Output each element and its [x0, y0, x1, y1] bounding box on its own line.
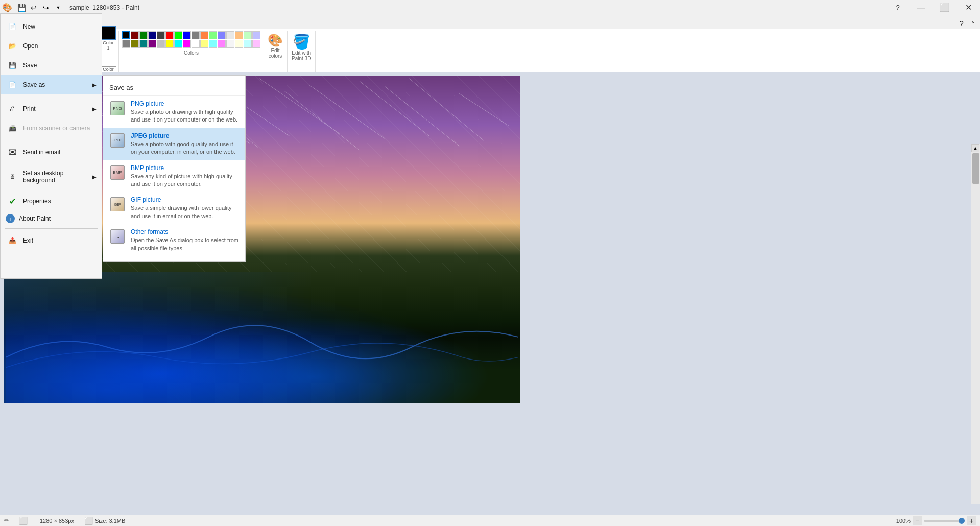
- other-content: Other formats Open the Save As dialog bo…: [131, 228, 239, 252]
- color-swatch[interactable]: [165, 31, 174, 39]
- color-swatch[interactable]: [218, 31, 226, 39]
- close-btn[interactable]: ✕: [957, 0, 980, 15]
- color-swatch[interactable]: [235, 40, 243, 48]
- separator5: [5, 228, 98, 229]
- svg-line-6: [259, 79, 339, 134]
- menu-item-email[interactable]: ✉ Send in email: [1, 142, 102, 162]
- color-swatch[interactable]: [174, 40, 182, 48]
- undo-quick-btn[interactable]: ↩: [29, 3, 39, 13]
- saveas-bmp[interactable]: BMP BMP picture Save any kind of picture…: [103, 160, 245, 193]
- minimize-btn[interactable]: —: [910, 0, 933, 15]
- color-swatch[interactable]: [139, 40, 148, 48]
- menu-item-about[interactable]: i About Paint: [1, 211, 102, 226]
- scroll-thumb[interactable]: [972, 153, 979, 184]
- color-swatch[interactable]: [131, 40, 139, 48]
- png-desc: Save a photo or drawing with high qualit…: [131, 108, 239, 124]
- scroll-up-btn[interactable]: ▲: [971, 144, 979, 152]
- dimensions-text: 1280 × 853px: [40, 518, 74, 524]
- saveas-arrow: ▶: [92, 82, 97, 88]
- menu-item-print[interactable]: 🖨 Print ▶: [1, 99, 102, 118]
- color-swatch[interactable]: [183, 31, 191, 39]
- color-swatch[interactable]: [235, 31, 243, 39]
- color-swatch[interactable]: [252, 40, 260, 48]
- menu-item-saveas[interactable]: 📄 Save as ▶ Save as PNG PNG picture Save…: [1, 75, 102, 94]
- exit-label: Exit: [23, 237, 33, 244]
- saveas-png[interactable]: PNG PNG picture Save a photo or drawing …: [103, 96, 245, 128]
- zoom-thumb[interactable]: [959, 518, 965, 524]
- draw-icon: ✏: [4, 517, 9, 524]
- ribbon-help-icon[interactable]: ?: [957, 18, 967, 29]
- menu-item-properties[interactable]: ✔ Properties: [1, 192, 102, 211]
- color-swatch[interactable]: [165, 40, 174, 48]
- app-icon: 🎨: [2, 3, 12, 12]
- color1-wrapper[interactable]: Color1: [100, 26, 116, 51]
- ribbon-minimize-icon[interactable]: ^: [968, 18, 978, 29]
- saveas-jpeg[interactable]: JPEG JPEG picture Save a photo with good…: [103, 128, 245, 160]
- color-swatch[interactable]: [200, 40, 208, 48]
- color-swatch[interactable]: [209, 40, 217, 48]
- menu-item-new[interactable]: 📄 New: [1, 17, 102, 36]
- color-swatch[interactable]: [174, 31, 182, 39]
- gif-desc: Save a simple drawing with lower quality…: [131, 204, 239, 220]
- jpeg-content: JPEG picture Save a photo with good qual…: [131, 132, 239, 156]
- gif-content: GIF picture Save a simple drawing with l…: [131, 196, 239, 220]
- color-swatch[interactable]: [122, 40, 130, 48]
- save-icon: 💾: [6, 59, 19, 72]
- menu-item-scanner[interactable]: 📠 From scanner or camera: [1, 118, 102, 138]
- menu-item-desktop[interactable]: 🖥 Set as desktop background ▶: [1, 166, 102, 187]
- color-swatch[interactable]: [157, 40, 165, 48]
- color-swatch[interactable]: [183, 40, 191, 48]
- color-swatch[interactable]: [122, 31, 130, 39]
- png-content: PNG picture Save a photo or drawing with…: [131, 100, 239, 124]
- scanner-icon: 📠: [6, 122, 19, 135]
- save-quick-btn[interactable]: 💾: [16, 3, 27, 13]
- redo-quick-btn[interactable]: ↪: [41, 3, 51, 13]
- color-swatch[interactable]: [226, 40, 234, 48]
- zoom-minus-btn[interactable]: −: [913, 516, 922, 525]
- color-swatch[interactable]: [209, 31, 217, 39]
- zoom-plus-btn[interactable]: +: [967, 516, 976, 525]
- desktop-label: Set as desktop background: [23, 170, 92, 184]
- saveas-gif[interactable]: GIF GIF picture Save a simple drawing wi…: [103, 192, 245, 224]
- other-name: Other formats: [131, 228, 239, 235]
- status-bar: ✏ ⬜ 1280 × 853px ⬜ Size: 3.1MB 100% − +: [0, 515, 980, 526]
- restore-btn[interactable]: ⬜: [933, 0, 957, 15]
- color-swatch[interactable]: [218, 40, 226, 48]
- edit-colors-icon: 🎨: [268, 33, 283, 47]
- svg-line-7: [309, 85, 385, 139]
- menu-item-save[interactable]: 💾 Save: [1, 56, 102, 75]
- color-swatch[interactable]: [226, 31, 234, 39]
- color-swatch[interactable]: [192, 31, 200, 39]
- title-bar-left: 🎨 💾 ↩ ↪ ▼ sample_1280×853 - Paint: [0, 3, 139, 13]
- color-swatch[interactable]: [200, 31, 208, 39]
- filesize-status: ⬜ Size: 3.1MB: [84, 517, 125, 525]
- saveas-header: Save as: [103, 81, 245, 96]
- saveas-other[interactable]: ... Other formats Open the Save As dialo…: [103, 224, 245, 256]
- color-swatch[interactable]: [252, 31, 260, 39]
- menu-item-exit[interactable]: 📤 Exit: [1, 231, 102, 250]
- edit-colors-btn[interactable]: 🎨 Editcolors: [264, 31, 288, 72]
- email-label: Send in email: [23, 149, 60, 156]
- color-swatch[interactable]: [131, 31, 139, 39]
- about-label: About Paint: [19, 215, 51, 222]
- zoom-slider[interactable]: [924, 520, 965, 522]
- color-swatch[interactable]: [148, 31, 156, 39]
- paint3d-label: Edit withPaint 3D: [292, 50, 311, 61]
- separator2: [5, 140, 98, 140]
- color-swatch[interactable]: [148, 40, 156, 48]
- help-btn[interactable]: ?: [886, 0, 910, 15]
- color-swatch[interactable]: [244, 40, 252, 48]
- color-swatch[interactable]: [157, 31, 165, 39]
- ribbon-tabs: File Home View ? ^: [0, 15, 980, 29]
- edit-paint3d-btn[interactable]: 🪣 Edit withPaint 3D: [288, 31, 316, 72]
- color-swatch[interactable]: [192, 40, 200, 48]
- right-scrollbar[interactable]: ▲: [971, 144, 980, 504]
- color-swatch[interactable]: [244, 31, 252, 39]
- print-icon: 🖨: [6, 102, 19, 115]
- properties-icon: ✔: [6, 195, 19, 208]
- dimensions-status: 1280 × 853px: [40, 518, 74, 524]
- canvas-type-status: ⬜: [19, 517, 30, 525]
- color-swatch[interactable]: [139, 31, 148, 39]
- menu-item-open[interactable]: 📂 Open: [1, 36, 102, 56]
- quickaccess-dropdown[interactable]: ▼: [53, 3, 63, 13]
